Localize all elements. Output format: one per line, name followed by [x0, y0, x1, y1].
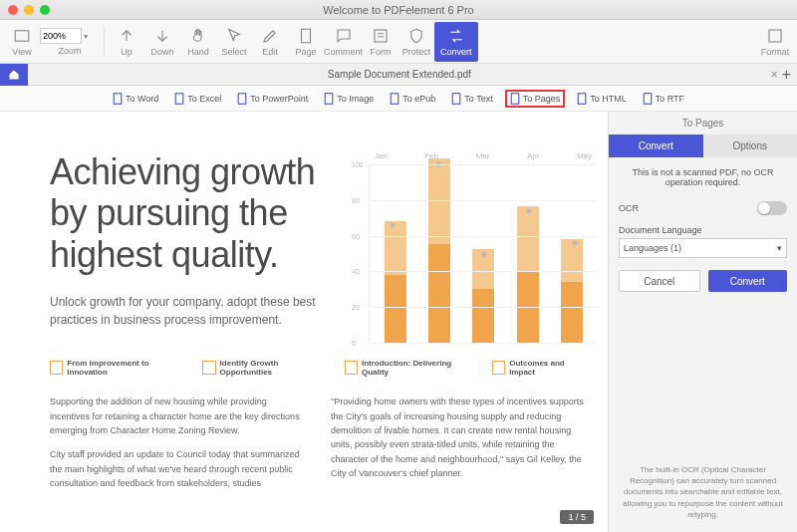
- home-tab[interactable]: [0, 64, 28, 86]
- format-button[interactable]: Format: [757, 22, 793, 62]
- ocr-label: OCR: [619, 203, 639, 213]
- to-epub-button[interactable]: To ePub: [386, 91, 439, 107]
- section-row: From Improvement to Innovation Identify …: [50, 359, 588, 377]
- to-powerpoint-button[interactable]: To PowerPoint: [233, 91, 312, 107]
- svg-rect-5: [176, 93, 184, 104]
- lang-label: Document Language: [619, 225, 787, 235]
- to-html-button[interactable]: To HTML: [573, 91, 631, 107]
- convert-button[interactable]: Convert: [434, 22, 478, 62]
- to-word-button[interactable]: To Word: [109, 91, 162, 107]
- svg-rect-11: [579, 93, 587, 104]
- svg-rect-2: [375, 30, 387, 42]
- select-button[interactable]: Select: [216, 22, 252, 62]
- view-button[interactable]: View: [4, 22, 40, 62]
- window-title: Welcome to PDFelement 6 Pro: [0, 4, 797, 16]
- edit-button[interactable]: Edit: [252, 22, 288, 62]
- zoom-button[interactable]: ▾ Zoom: [40, 22, 100, 62]
- panel-tab-options[interactable]: Options: [703, 134, 798, 157]
- titlebar: Welcome to PDFelement 6 Pro: [0, 0, 797, 20]
- svg-rect-1: [302, 29, 311, 43]
- to-text-button[interactable]: To Text: [447, 91, 496, 107]
- section-icon: [345, 361, 358, 375]
- to-pages-button[interactable]: To Pages: [505, 90, 566, 108]
- to-rtf-button[interactable]: To RTF: [639, 91, 688, 107]
- svg-rect-6: [239, 93, 247, 104]
- convert-subbar: To Word To Excel To PowerPoint To Image …: [0, 86, 797, 112]
- doc-subhead: Unlock growth for your company, adopt th…: [50, 293, 349, 329]
- panel-title: To Pages: [609, 112, 797, 134]
- up-button[interactable]: Up: [109, 22, 144, 62]
- section-icon: [202, 361, 215, 375]
- add-tab-icon[interactable]: +: [782, 66, 791, 84]
- svg-rect-4: [114, 93, 122, 104]
- cancel-button[interactable]: Cancel: [619, 270, 700, 292]
- document-canvas[interactable]: Achieving growth by pursuing the highest…: [0, 112, 608, 532]
- convert-submit-button[interactable]: Convert: [708, 270, 788, 292]
- section-icon: [50, 361, 63, 375]
- document-tab[interactable]: Sample Document Extended.pdf: [28, 69, 771, 80]
- section-icon: [492, 361, 505, 375]
- zoom-input[interactable]: [40, 28, 82, 44]
- panel-footer: The built-in OCR (Optical Character Reco…: [609, 452, 797, 532]
- ocr-toggle[interactable]: [757, 201, 787, 215]
- svg-rect-0: [15, 30, 29, 41]
- to-excel-button[interactable]: To Excel: [170, 91, 225, 107]
- svg-rect-12: [644, 93, 652, 104]
- page-number: 1 / 5: [560, 510, 594, 524]
- svg-rect-10: [511, 93, 519, 104]
- close-tab-icon[interactable]: ×: [771, 68, 778, 82]
- hand-button[interactable]: Hand: [180, 22, 216, 62]
- svg-rect-8: [392, 93, 399, 104]
- tabbar: Sample Document Extended.pdf × +: [0, 64, 797, 86]
- page-button[interactable]: Page: [288, 22, 324, 62]
- side-panel: To Pages Convert Options This is not a s…: [608, 112, 797, 532]
- svg-rect-3: [769, 30, 781, 42]
- svg-rect-7: [326, 93, 334, 104]
- protect-button[interactable]: Protect: [398, 22, 434, 62]
- lang-select[interactable]: Languages (1)▾: [619, 238, 787, 258]
- body-columns: Supporting the addition of new housing w…: [50, 395, 588, 500]
- chart: JanFebMarAprMay 020406080100: [369, 151, 598, 351]
- to-image-button[interactable]: To Image: [320, 91, 378, 107]
- panel-tab-convert[interactable]: Convert: [609, 134, 703, 157]
- svg-rect-9: [453, 93, 461, 104]
- down-button[interactable]: Down: [144, 22, 180, 62]
- ocr-info: This is not a scanned PDF, no OCR operat…: [619, 167, 787, 187]
- workspace: Achieving growth by pursuing the highest…: [0, 112, 797, 532]
- chevron-down-icon: ▾: [777, 243, 782, 253]
- ribbon: View ▾ Zoom Up Down Hand Select Edit Pag…: [0, 20, 797, 64]
- comment-button[interactable]: Comment: [324, 22, 363, 62]
- form-button[interactable]: Form: [363, 22, 398, 62]
